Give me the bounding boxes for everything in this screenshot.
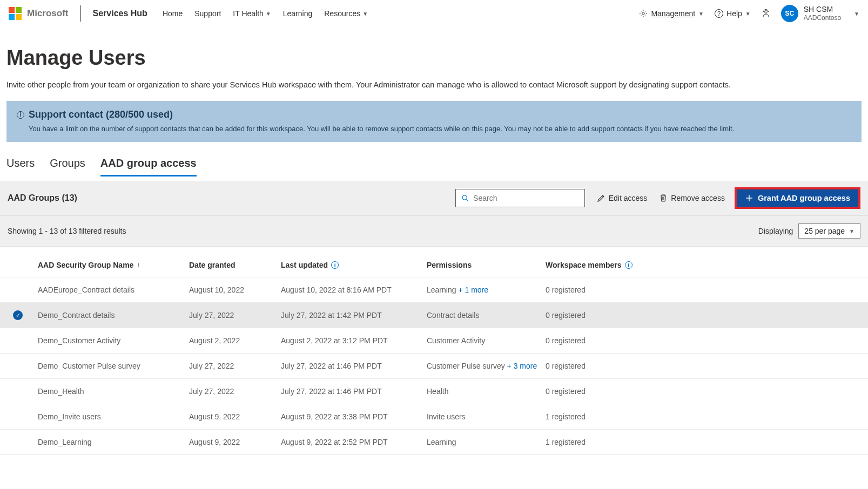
divider — [80, 5, 81, 22]
grant-aad-group-access-button[interactable]: Grant AAD group access — [735, 187, 860, 209]
cell-date-granted: August 10, 2022 — [189, 286, 281, 294]
nav-it-health-label: IT Health — [233, 9, 264, 18]
cell-permissions-text: Health — [427, 387, 448, 396]
cell-permissions-text: Contract details — [427, 311, 479, 320]
table-row[interactable]: AADEurope_Contract detailsAugust 10, 202… — [0, 277, 868, 303]
cell-group-name: Demo_Invite users — [38, 412, 189, 421]
cell-permissions-text: Invite users — [427, 412, 466, 421]
table-row[interactable]: Demo_Customer ActivityAugust 2, 2022Augu… — [0, 328, 868, 354]
cell-last-updated: August 10, 2022 at 8:16 AM PDT — [281, 286, 427, 294]
cell-permissions: Learning — [427, 438, 546, 446]
cell-group-name: Demo_Customer Activity — [38, 336, 189, 345]
svg-line-3 — [466, 199, 468, 201]
row-select-checkbox[interactable] — [13, 336, 23, 345]
remove-access-button[interactable]: Remove access — [659, 194, 725, 202]
col-security-group-name[interactable]: AAD Security Group Name ↑ — [38, 261, 189, 269]
table-row[interactable]: Demo_HealthJuly 27, 2022July 27, 2022 at… — [0, 379, 868, 404]
toolbar: AAD Groups (13) Edit access Remove acces… — [0, 181, 868, 215]
col-workspace-members[interactable]: Workspace members i — [546, 261, 681, 269]
nav-home-label: Home — [163, 9, 183, 18]
col-permissions[interactable]: Permissions — [427, 261, 546, 269]
row-select-checkbox[interactable] — [13, 361, 23, 371]
results-row: Showing 1 - 13 of 13 filtered results Di… — [0, 215, 868, 246]
displaying-label: Displaying — [758, 227, 793, 235]
management-label: Management — [651, 9, 695, 18]
nav-support-label: Support — [194, 9, 221, 18]
table-row[interactable]: ✓Demo_Contract detailsJuly 27, 2022July … — [0, 303, 868, 328]
nav-learning[interactable]: Learning — [283, 9, 313, 18]
cell-workspace-members: 0 registered — [546, 336, 681, 345]
svg-point-2 — [462, 195, 467, 200]
trash-icon — [659, 194, 668, 202]
account-name: SH CSM — [804, 5, 841, 14]
col-workspace-members-label: Workspace members — [546, 261, 622, 269]
results-showing: Showing 1 - 13 of 13 filtered results — [8, 227, 126, 235]
cell-permissions: Customer Pulse survey + 3 more — [427, 362, 546, 370]
cell-workspace-members: 0 registered — [546, 362, 681, 370]
svg-point-1 — [764, 11, 767, 13]
edit-access-button[interactable]: Edit access — [597, 194, 648, 202]
cell-last-updated: August 9, 2022 at 3:38 PM PDT — [281, 412, 427, 421]
page-size-value: 25 per page — [804, 227, 845, 235]
remove-access-label: Remove access — [671, 194, 725, 202]
table-row[interactable]: Demo_LearningAugust 9, 2022August 9, 202… — [0, 430, 868, 455]
cell-last-updated: August 9, 2022 at 2:52 PM PDT — [281, 438, 427, 446]
row-select-checkbox[interactable]: ✓ — [13, 310, 23, 320]
contact-button[interactable] — [762, 9, 770, 18]
page-size-select[interactable]: 25 per page ▼ — [798, 223, 860, 239]
search-box[interactable] — [455, 189, 585, 207]
search-input[interactable] — [473, 194, 579, 202]
nav-it-health[interactable]: IT Health▼ — [233, 9, 271, 18]
grant-button-label: Grant AAD group access — [758, 194, 850, 202]
nav-support[interactable]: Support — [194, 9, 221, 18]
tab-aad-group-access[interactable]: AAD group access — [100, 154, 197, 176]
cell-group-name: Demo_Contract details — [38, 311, 189, 320]
cell-permissions-text: Learning — [427, 438, 456, 446]
row-select-checkbox[interactable] — [13, 437, 23, 447]
gear-icon — [639, 9, 648, 18]
cell-date-granted: August 2, 2022 — [189, 336, 281, 345]
person-headset-icon — [762, 9, 770, 18]
chevron-down-icon: ▼ — [854, 11, 859, 17]
cell-date-granted: July 27, 2022 — [189, 387, 281, 396]
nav-resources[interactable]: Resources▼ — [324, 9, 368, 18]
cell-group-name: Demo_Customer Pulse survey — [38, 362, 189, 370]
tab-users[interactable]: Users — [6, 154, 35, 176]
permissions-more-link[interactable]: + 1 more — [458, 286, 488, 294]
cell-group-name: Demo_Learning — [38, 438, 189, 446]
row-select-checkbox[interactable] — [13, 285, 23, 295]
microsoft-logo-icon — [9, 7, 22, 20]
nav-learning-label: Learning — [283, 9, 313, 18]
cell-permissions: Contract details — [427, 311, 546, 320]
permissions-more-link[interactable]: + 3 more — [507, 362, 537, 370]
info-icon[interactable]: i — [331, 261, 339, 269]
cell-last-updated: August 2, 2022 at 3:12 PM PDT — [281, 336, 427, 345]
cell-last-updated: July 27, 2022 at 1:46 PM PDT — [281, 362, 427, 370]
cell-group-name: Demo_Health — [38, 387, 189, 396]
chevron-down-icon: ▼ — [745, 11, 751, 17]
row-select-checkbox[interactable] — [13, 386, 23, 396]
sort-asc-icon: ↑ — [137, 261, 140, 269]
support-contact-banner: i Support contact (280/500 used) You hav… — [6, 101, 862, 142]
info-icon: i — [17, 111, 24, 119]
management-menu[interactable]: Management ▼ — [639, 9, 704, 18]
help-icon: ? — [715, 9, 723, 18]
cell-workspace-members: 0 registered — [546, 311, 681, 320]
microsoft-logo[interactable]: Microsoft — [9, 7, 69, 20]
row-select-checkbox[interactable] — [13, 412, 23, 422]
tab-aad-group-access-label: AAD group access — [100, 157, 197, 169]
app-name[interactable]: Services Hub — [93, 9, 147, 18]
col-date-granted[interactable]: Date granted — [189, 261, 281, 269]
table-row[interactable]: Demo_Invite usersAugust 9, 2022August 9,… — [0, 404, 868, 430]
col-last-updated[interactable]: Last updated i — [281, 261, 427, 269]
banner-title: Support contact (280/500 used) — [29, 109, 173, 120]
help-menu[interactable]: ? Help ▼ — [715, 9, 751, 18]
cell-workspace-members: 1 registered — [546, 438, 681, 446]
tab-groups[interactable]: Groups — [50, 154, 85, 176]
cell-last-updated: July 27, 2022 at 1:46 PM PDT — [281, 387, 427, 396]
info-icon[interactable]: i — [625, 261, 633, 269]
nav-home[interactable]: Home — [163, 9, 183, 18]
cell-date-granted: July 27, 2022 — [189, 362, 281, 370]
table-row[interactable]: Demo_Customer Pulse surveyJuly 27, 2022J… — [0, 354, 868, 379]
account-switcher[interactable]: SC SH CSM AADContoso ▼ — [781, 5, 859, 22]
